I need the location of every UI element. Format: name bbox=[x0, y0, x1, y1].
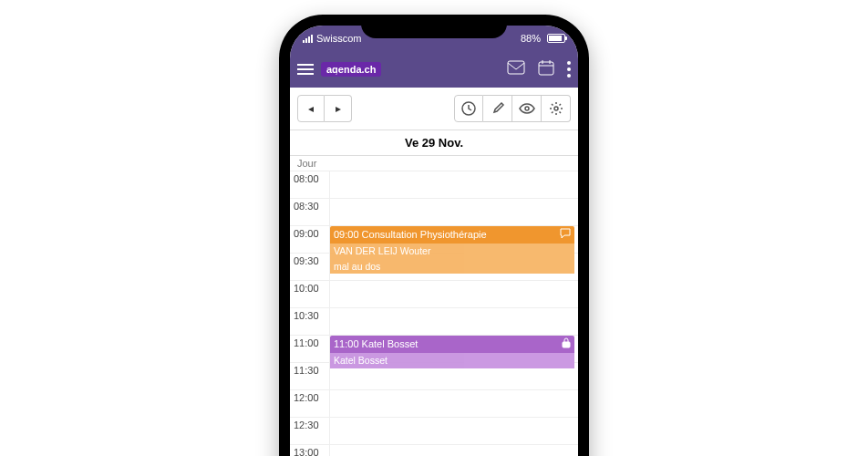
more-menu-icon[interactable] bbox=[567, 61, 571, 78]
phone-screen: Swisscom 88% agenda.ch bbox=[290, 26, 578, 456]
date-header: Ve 29 Nov. bbox=[290, 130, 578, 156]
event-line: mal au dos bbox=[330, 259, 574, 275]
time-label: 13:00 bbox=[290, 445, 330, 456]
day-label: Jour bbox=[290, 156, 578, 171]
date-nav: ◂ ▸ bbox=[297, 95, 352, 122]
app-header: agenda.ch bbox=[290, 51, 578, 88]
time-label: 09:30 bbox=[290, 254, 330, 280]
calendar-header-icon[interactable] bbox=[538, 59, 554, 79]
hamburger-menu-icon[interactable] bbox=[297, 64, 314, 75]
event-header: 09:00 Consultation Physiothérapie bbox=[330, 226, 574, 244]
svg-point-4 bbox=[554, 107, 558, 110]
event-corner-icon bbox=[560, 228, 571, 242]
event-corner-icon bbox=[562, 337, 571, 351]
battery-percent: 88% bbox=[521, 33, 541, 44]
time-label: 10:30 bbox=[290, 308, 330, 335]
phone-notch bbox=[361, 15, 507, 38]
time-label: 08:30 bbox=[290, 199, 330, 225]
time-label: 08:00 bbox=[290, 171, 330, 198]
gear-icon[interactable] bbox=[542, 95, 571, 122]
next-button[interactable]: ▸ bbox=[325, 95, 352, 122]
time-label: 12:30 bbox=[290, 418, 330, 444]
clock-icon[interactable] bbox=[454, 95, 483, 122]
events-layer: 09:00 Consultation PhysiothérapieVAN DER… bbox=[330, 171, 578, 456]
time-label: 09:00 bbox=[290, 226, 330, 253]
status-right: 88% bbox=[521, 33, 565, 44]
prev-button[interactable]: ◂ bbox=[297, 95, 325, 122]
svg-rect-0 bbox=[508, 61, 524, 74]
event-header: 11:00 Katel Bosset bbox=[330, 336, 574, 353]
eye-icon[interactable] bbox=[512, 95, 542, 122]
mail-icon[interactable] bbox=[507, 60, 525, 78]
calendar-grid: 08:0008:3009:0009:3010:0010:3011:0011:30… bbox=[290, 171, 578, 456]
event-line: VAN DER LEIJ Wouter bbox=[330, 244, 574, 259]
carrier-label: Swisscom bbox=[316, 33, 362, 44]
time-label: 11:00 bbox=[290, 336, 330, 362]
brush-icon[interactable] bbox=[483, 95, 512, 122]
event-title: 09:00 Consultation Physiothérapie bbox=[334, 229, 487, 241]
app-logo[interactable]: agenda.ch bbox=[321, 62, 381, 77]
app-logo-text: agenda.ch bbox=[326, 64, 376, 75]
toolbar: ◂ ▸ bbox=[290, 88, 578, 130]
status-left: Swisscom bbox=[303, 33, 362, 44]
view-tools bbox=[454, 95, 571, 122]
event-title: 11:00 Katel Bosset bbox=[334, 338, 418, 350]
event-katel[interactable]: 11:00 Katel BossetKatel Bosset bbox=[330, 336, 574, 389]
time-label: 12:00 bbox=[290, 390, 330, 417]
time-label: 10:00 bbox=[290, 281, 330, 307]
signal-icon bbox=[303, 35, 313, 43]
phone-frame: Swisscom 88% agenda.ch bbox=[279, 15, 589, 456]
time-label: 11:30 bbox=[290, 363, 330, 389]
svg-rect-1 bbox=[539, 62, 553, 75]
event-line: Katel Bosset bbox=[330, 353, 574, 368]
battery-icon bbox=[544, 34, 565, 43]
event-physio[interactable]: 09:00 Consultation PhysiothérapieVAN DER… bbox=[330, 226, 574, 279]
svg-rect-5 bbox=[563, 342, 570, 347]
svg-point-3 bbox=[525, 107, 529, 110]
